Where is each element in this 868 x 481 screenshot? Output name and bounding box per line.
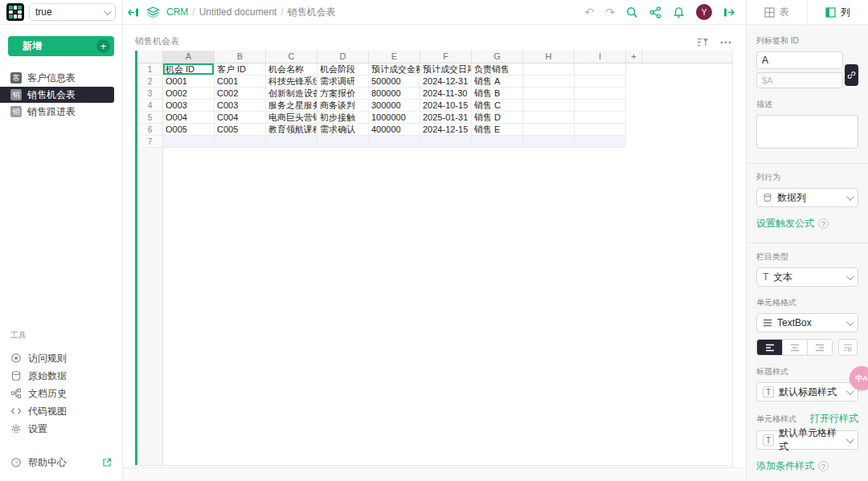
align-right-button[interactable] <box>807 340 832 355</box>
breadcrumb-page[interactable]: 销售机会表 <box>288 6 336 19</box>
add-new-button[interactable]: 新增 + <box>8 36 114 56</box>
grid-cell-C6[interactable]: 教育领航课程... <box>266 124 317 136</box>
grid-cell-A6[interactable]: O005 <box>163 124 215 136</box>
column-header-E[interactable]: E <box>369 51 420 63</box>
grid-cell-G4[interactable]: 销售 C <box>472 100 523 112</box>
grid-cell-A7[interactable] <box>163 136 215 148</box>
grid-cell-B1[interactable]: 客户 ID <box>215 63 266 75</box>
share-icon[interactable] <box>649 6 661 18</box>
breadcrumb-org[interactable]: CRM <box>166 6 188 18</box>
user-avatar[interactable]: Y <box>696 4 712 20</box>
sort-filter-icon[interactable] <box>697 37 709 47</box>
horizontal-scrollbar-track[interactable] <box>123 467 746 481</box>
grid-cell-H2[interactable] <box>523 75 575 88</box>
grid-cell-H4[interactable] <box>523 100 575 112</box>
sidebar-item-sales-followup-table[interactable]: 销 销售跟进表 <box>0 104 122 120</box>
grid-cell-A1[interactable]: 机会 ID <box>163 63 215 75</box>
grid-cell-D1[interactable]: 机会阶段 <box>317 63 369 75</box>
grid-cell-B4[interactable]: C003 <box>215 100 266 112</box>
grid-cell-I7[interactable] <box>575 136 626 148</box>
grid-cell-D7[interactable] <box>317 136 369 148</box>
grid-cell-E6[interactable]: 400000 <box>369 124 420 136</box>
grid-cell-B5[interactable]: C004 <box>215 112 266 124</box>
grid-cell-B2[interactable]: C001 <box>215 75 266 88</box>
grid-cell-E1[interactable]: 预计成交金额 <box>369 63 420 75</box>
add-conditional-style-link[interactable]: 添加条件样式 ? <box>756 459 858 473</box>
grid-cell-I6[interactable] <box>575 124 626 136</box>
align-center-button[interactable] <box>782 340 807 355</box>
grid-cell-E5[interactable]: 1000000 <box>369 112 420 124</box>
grid-cell-G6[interactable]: 销售 E <box>472 124 523 136</box>
grid-cell-D2[interactable]: 需求调研 <box>317 75 369 88</box>
column-header-F[interactable]: F <box>420 51 472 63</box>
sidebar-item-access-rules[interactable]: 访问规则 <box>10 349 122 367</box>
sidebar-item-sales-opportunity-table[interactable]: 销 销售机会表 <box>0 87 114 103</box>
row-number[interactable]: 6 <box>137 124 163 136</box>
widget-title[interactable]: 销售机会表 <box>135 35 746 47</box>
more-menu-icon[interactable] <box>720 41 731 44</box>
column-header-A[interactable]: A <box>163 51 215 63</box>
grid-cell-F4[interactable]: 2024-10-15 <box>420 100 472 112</box>
grid-cell-C7[interactable] <box>266 136 317 148</box>
external-link-icon[interactable] <box>101 458 113 467</box>
row-number[interactable]: 3 <box>137 88 163 100</box>
grid-cell-H7[interactable] <box>523 136 575 148</box>
description-textarea[interactable] <box>756 115 858 149</box>
add-column-button[interactable]: + <box>626 51 642 63</box>
grid-cell-C3[interactable]: 创新制造设备... <box>266 88 317 100</box>
grid-cell-C2[interactable]: 科技先锋系统... <box>266 75 317 88</box>
cell-format-select[interactable]: TextBox <box>756 313 858 332</box>
grid-cell-F6[interactable]: 2024-12-15 <box>420 124 472 136</box>
tab-table[interactable]: 表 <box>747 0 807 24</box>
grid-cell-G1[interactable]: 负责销售 <box>472 63 523 75</box>
grid-cell-D3[interactable]: 方案报价 <box>317 88 369 100</box>
open-row-style-link[interactable]: 打开行样式 <box>810 412 858 426</box>
grid-cell-I1[interactable] <box>575 63 626 75</box>
grid-cell-H6[interactable] <box>523 124 575 136</box>
sidebar-item-settings[interactable]: 设置 <box>10 420 122 438</box>
grid-cell-I3[interactable] <box>575 88 626 100</box>
breadcrumb-document[interactable]: Untitled document <box>199 6 277 18</box>
grid-cell-I2[interactable] <box>575 75 626 88</box>
tab-column[interactable]: 列 <box>807 0 868 24</box>
row-number[interactable]: 5 <box>137 112 163 124</box>
grid-cell-C5[interactable]: 电商巨头营销... <box>266 112 317 124</box>
row-number[interactable]: 2 <box>137 75 163 88</box>
redo-icon[interactable]: ↷ <box>605 6 615 18</box>
grid-cell-H3[interactable] <box>523 88 575 100</box>
sidebar-item-help-center[interactable]: ? 帮助中心 <box>0 450 122 475</box>
translate-floating-button[interactable]: 中A <box>850 366 868 390</box>
grid-cell-A3[interactable]: O002 <box>163 88 215 100</box>
grid-cell-B6[interactable]: C005 <box>215 124 266 136</box>
grid-cell-I5[interactable] <box>575 112 626 124</box>
grid-cell-C4[interactable]: 服务之星服务... <box>266 100 317 112</box>
grid-cell-G7[interactable] <box>472 136 523 148</box>
column-behavior-select[interactable]: 数据列 <box>756 188 858 207</box>
help-question-icon[interactable]: ? <box>818 218 829 229</box>
column-header-I[interactable]: I <box>575 51 626 63</box>
grid-cell-E4[interactable]: 300000 <box>369 100 420 112</box>
sidebar-item-raw-data[interactable]: 原始数据 <box>10 367 122 385</box>
grid-cell-G5[interactable]: 销售 D <box>472 112 523 124</box>
header-style-select[interactable]: T 默认标题样式 <box>756 382 858 402</box>
column-type-select[interactable]: T 文本 <box>756 267 858 287</box>
grid-cell-E7[interactable] <box>369 136 420 148</box>
row-number[interactable]: 4 <box>137 100 163 112</box>
grid-cell-E3[interactable]: 800000 <box>369 88 420 100</box>
open-right-panel-icon[interactable] <box>723 7 735 18</box>
grid-cell-F5[interactable]: 2025-01-31 <box>420 112 472 124</box>
undo-icon[interactable]: ↶ <box>585 6 595 18</box>
notifications-bell-icon[interactable] <box>673 6 685 18</box>
grid-cell-H1[interactable] <box>523 63 575 75</box>
grid-cell-F7[interactable] <box>420 136 472 148</box>
row-number[interactable]: 1 <box>137 63 163 75</box>
column-header-B[interactable]: B <box>215 51 266 63</box>
grid-cell-I4[interactable] <box>575 100 626 112</box>
collapse-sidebar-icon[interactable] <box>128 7 140 18</box>
grid-corner-cell[interactable] <box>137 51 163 63</box>
grid-cell-B7[interactable] <box>215 136 266 148</box>
set-trigger-formula-link[interactable]: 设置触发公式 ? <box>756 217 858 230</box>
sidebar-item-customer-table[interactable]: 客 客户信息表 <box>0 70 122 86</box>
column-id-input[interactable] <box>756 72 843 88</box>
app-logo-icon[interactable] <box>6 3 24 21</box>
